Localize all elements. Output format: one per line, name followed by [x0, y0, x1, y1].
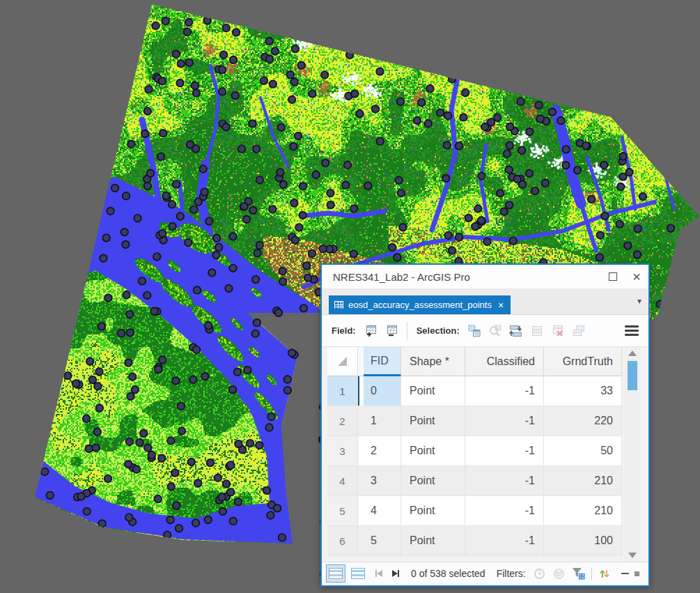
first-record-icon: [377, 570, 382, 577]
column-header-grndtruth[interactable]: GrndTruth: [544, 347, 622, 376]
close-icon: ×: [632, 270, 641, 284]
copy-selection-icon: [572, 324, 586, 338]
cell-shape[interactable]: Point: [401, 466, 465, 496]
delete-field-button[interactable]: [382, 322, 400, 340]
field-group-label: Field:: [332, 325, 356, 336]
window-title: NRES341_Lab2 - ArcGIS Pro: [333, 271, 601, 283]
vertical-scrollbar[interactable]: [625, 347, 640, 562]
table-row[interactable]: 2 1 Point -1 220: [327, 406, 622, 436]
cell-classified[interactable]: -1: [465, 466, 544, 496]
table-grid-icon: [334, 301, 343, 309]
add-field-icon: [364, 324, 378, 338]
tab-eosd-accuracy-assessment-points[interactable]: eosd_accuracy_assessment_points ×: [329, 295, 511, 314]
attribute-table-window: NRES341_Lab2 - ArcGIS Pro × eosd_accurac…: [320, 263, 650, 587]
zoom-to-selection-button[interactable]: [486, 322, 504, 340]
range-filter-button[interactable]: [551, 565, 568, 582]
column-header-fid[interactable]: FID: [364, 347, 401, 376]
first-record-button[interactable]: [375, 570, 382, 577]
switch-selection-button[interactable]: [507, 322, 525, 340]
cell-fid[interactable]: 0: [364, 376, 401, 406]
selected-records-icon: [351, 568, 365, 579]
table-row[interactable]: 6 5 Point -1 100: [327, 526, 622, 556]
tab-close-icon[interactable]: ×: [498, 300, 504, 310]
table-row[interactable]: 4 3 Point -1 210: [327, 466, 622, 496]
resize-grip[interactable]: [635, 571, 639, 576]
filters-label: Filters:: [497, 568, 526, 579]
last-record-icon: [392, 570, 398, 577]
all-records-icon: [329, 568, 343, 579]
selection-count-text: 0 of 538 selected: [411, 568, 485, 579]
last-record-button[interactable]: [392, 570, 399, 577]
cell-shape[interactable]: Point: [401, 526, 465, 556]
cell-fid[interactable]: 2: [364, 436, 401, 466]
cell-grndtruth[interactable]: 220: [544, 406, 622, 436]
scrollbar-thumb[interactable]: [628, 361, 637, 390]
range-sliders-icon: [553, 568, 565, 580]
column-header-shape[interactable]: Shape *: [401, 347, 465, 376]
table-row[interactable]: 3 2 Point -1 50: [327, 436, 622, 466]
copy-selection-button[interactable]: [570, 322, 588, 340]
sort-updown-icon: [599, 567, 610, 580]
scroll-up-icon[interactable]: [628, 351, 637, 356]
last-record-bar: [398, 570, 399, 577]
show-selected-records-button[interactable]: [348, 564, 368, 583]
header-row: FID Shape * Classified GrndTruth: [327, 347, 622, 376]
cell-grndtruth[interactable]: 50: [544, 436, 622, 466]
cell-classified[interactable]: -1: [465, 376, 544, 406]
statusbar-separator: [591, 567, 592, 580]
active-row-indicator: [358, 376, 359, 406]
table-row[interactable]: 5 4 Point -1 210: [327, 496, 622, 526]
table-menu-button[interactable]: [625, 325, 639, 336]
close-button[interactable]: ×: [625, 265, 648, 288]
show-all-records-button[interactable]: [326, 564, 345, 583]
maximize-button[interactable]: [601, 265, 625, 288]
zoom-to-selection-icon: [488, 324, 502, 338]
clear-selection-button[interactable]: [528, 322, 546, 340]
row-selector[interactable]: 1: [327, 376, 358, 406]
tab-list-caret-icon[interactable]: ▾: [637, 296, 641, 306]
window-titlebar[interactable]: NRES341_Lab2 - ArcGIS Pro ×: [322, 265, 648, 289]
cell-grndtruth[interactable]: 33: [544, 376, 622, 406]
cell-shape[interactable]: Point: [401, 496, 465, 526]
cell-shape[interactable]: Point: [401, 376, 465, 406]
select-all-header[interactable]: [327, 347, 358, 376]
delete-selection-button[interactable]: [549, 322, 567, 340]
cell-classified[interactable]: -1: [465, 496, 544, 526]
select-by-attributes-button[interactable]: [465, 322, 483, 340]
delete-field-icon: [384, 324, 398, 338]
delete-selection-icon: [551, 324, 565, 338]
table-row[interactable]: 1 0 Point -1 33: [327, 376, 622, 406]
row-selector[interactable]: 6: [327, 526, 358, 556]
cell-classified[interactable]: -1: [465, 406, 544, 436]
tab-strip: eosd_accuracy_assessment_points × ▾: [322, 289, 648, 315]
time-filter-button[interactable]: [531, 565, 548, 582]
cell-fid[interactable]: 4: [364, 496, 401, 526]
row-selector[interactable]: 4: [327, 466, 358, 496]
cell-classified[interactable]: -1: [465, 436, 544, 466]
cell-fid[interactable]: 5: [364, 526, 401, 556]
cell-classified[interactable]: -1: [465, 526, 544, 556]
cell-grndtruth[interactable]: 100: [544, 526, 622, 556]
add-field-button[interactable]: [361, 322, 380, 340]
cell-fid[interactable]: 1: [364, 406, 401, 436]
column-header-classified[interactable]: Classified: [465, 347, 544, 376]
table-statusbar: 0 of 538 selected Filters:: [322, 562, 648, 586]
collapse-handle-icon[interactable]: [621, 573, 629, 574]
attribute-grid: FID Shape * Classified GrndTruth 1 0 Poi…: [327, 347, 622, 562]
select-by-attributes-icon: [467, 324, 481, 338]
row-selector[interactable]: 3: [327, 436, 358, 466]
cell-grndtruth[interactable]: 210: [544, 466, 622, 496]
clock-icon: [534, 568, 545, 580]
scroll-down-icon[interactable]: [628, 553, 637, 558]
cell-shape[interactable]: Point: [401, 436, 465, 466]
filter-funnel-icon: [572, 567, 585, 580]
cell-fid[interactable]: 3: [364, 466, 401, 496]
sort-button[interactable]: [596, 565, 613, 582]
table-area: FID Shape * Classified GrndTruth 1 0 Poi…: [322, 347, 648, 562]
row-selector[interactable]: 5: [327, 496, 358, 526]
select-all-corner-icon: [338, 357, 347, 366]
cell-shape[interactable]: Point: [401, 406, 465, 436]
definition-filter-button[interactable]: [570, 565, 587, 582]
cell-grndtruth[interactable]: 210: [544, 496, 622, 526]
row-selector[interactable]: 2: [327, 406, 358, 436]
